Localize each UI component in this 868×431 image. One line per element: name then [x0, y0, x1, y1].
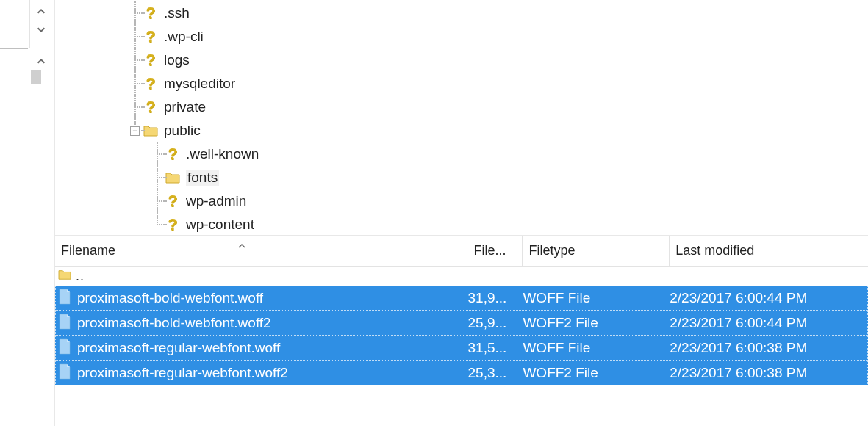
tree-item[interactable]: ?logs: [55, 48, 868, 72]
folder-icon: [143, 123, 158, 138]
file-row[interactable]: proximasoft-regular-webfont.woff225,3...…: [55, 361, 868, 385]
tree-item[interactable]: ?.ssh: [55, 1, 868, 25]
tree-item[interactable]: ?wp-content: [55, 213, 868, 235]
tree-item-label: .ssh: [164, 5, 190, 21]
file-size: 25,3...: [468, 365, 523, 381]
file-modified: 2/23/2017 6:00:38 PM: [670, 340, 868, 356]
file-icon: [58, 338, 77, 358]
file-row[interactable]: proximasoft-regular-webfont.woff31,5...W…: [55, 336, 868, 361]
gutter-rule: [0, 48, 28, 49]
chevron-up-icon[interactable]: [35, 56, 47, 68]
caret-up-icon: [237, 239, 246, 254]
question-icon: ?: [165, 194, 180, 209]
file-name: proximasoft-bold-webfont.woff2: [77, 315, 271, 331]
question-icon: ?: [143, 53, 158, 68]
tree-item[interactable]: ?.well-known: [55, 142, 868, 166]
tree-item-label: mysqleditor: [164, 76, 235, 92]
file-icon: [58, 314, 77, 333]
folder-icon: [165, 170, 180, 185]
question-icon: ?: [143, 29, 158, 44]
file-modified: 2/23/2017 6:00:44 PM: [670, 315, 868, 331]
file-icon: [58, 363, 77, 383]
question-icon: ?: [143, 6, 158, 21]
file-name: proximasoft-bold-webfont.woff: [77, 290, 263, 306]
tree-item-label: .well-known: [186, 146, 259, 162]
left-gutter: [0, 0, 54, 431]
tree-item-label: fonts: [186, 170, 219, 186]
column-header-label: File...: [473, 243, 506, 258]
tree-item-label: wp-content: [186, 217, 254, 233]
tree-item-label: wp-admin: [186, 193, 246, 209]
tree-item[interactable]: fonts: [55, 166, 868, 189]
column-header[interactable]: Filename: [55, 236, 467, 266]
file-name: proximasoft-regular-webfont.woff: [77, 340, 280, 356]
file-modified: 2/23/2017 6:00:38 PM: [670, 365, 868, 381]
file-row[interactable]: proximasoft-bold-webfont.woff225,9...WOF…: [55, 311, 868, 336]
file-size: 31,5...: [468, 340, 523, 356]
column-header-row: FilenameFile...FiletypeLast modified: [55, 236, 868, 267]
tree-item-label: logs: [164, 52, 190, 68]
folder-icon: [58, 269, 71, 284]
scrollbar-thumb[interactable]: [31, 70, 41, 84]
tree-item-label: .wp-cli: [164, 29, 204, 45]
chevron-down-icon[interactable]: [35, 23, 47, 35]
file-row[interactable]: proximasoft-bold-webfont.woff31,9...WOFF…: [55, 286, 868, 311]
file-type: WOFF2 File: [523, 365, 670, 381]
column-header[interactable]: File...: [467, 236, 523, 266]
file-list[interactable]: FilenameFile...FiletypeLast modified ..p…: [54, 235, 868, 426]
tree-expander-minus-icon[interactable]: −: [130, 126, 140, 136]
tree-item[interactable]: −public: [55, 119, 868, 142]
tree-item-label: private: [164, 99, 206, 115]
question-icon: ?: [143, 100, 158, 115]
question-icon: ?: [165, 217, 180, 232]
column-header-label: Filetype: [528, 243, 575, 258]
file-type: WOFF File: [523, 340, 670, 356]
directory-tree[interactable]: ?.ssh?.wp-cli?logs?mysqleditor?private−p…: [54, 0, 868, 235]
column-header-label: Last modified: [675, 243, 754, 258]
file-size: 25,9...: [468, 315, 523, 331]
file-size: 31,9...: [468, 290, 523, 306]
question-icon: ?: [165, 147, 180, 162]
tree-item[interactable]: ?.wp-cli: [55, 25, 868, 48]
question-icon: ?: [143, 76, 158, 91]
column-header[interactable]: Filetype: [523, 236, 670, 266]
file-icon: [58, 289, 77, 308]
file-name: proximasoft-regular-webfont.woff2: [77, 365, 288, 381]
tree-item-label: public: [164, 123, 201, 139]
column-header-label: Filename: [61, 243, 115, 258]
column-header[interactable]: Last modified: [670, 236, 868, 266]
file-type: WOFF File: [523, 290, 670, 306]
chevron-up-icon[interactable]: [35, 6, 47, 18]
parent-directory-row[interactable]: ..: [55, 267, 868, 286]
tree-item[interactable]: ?mysqleditor: [55, 72, 868, 95]
file-modified: 2/23/2017 6:00:44 PM: [670, 290, 868, 306]
file-type: WOFF2 File: [523, 315, 670, 331]
tree-item[interactable]: ?private: [55, 95, 868, 119]
tree-item[interactable]: ?wp-admin: [55, 189, 868, 213]
parent-directory-label: ..: [71, 269, 85, 284]
